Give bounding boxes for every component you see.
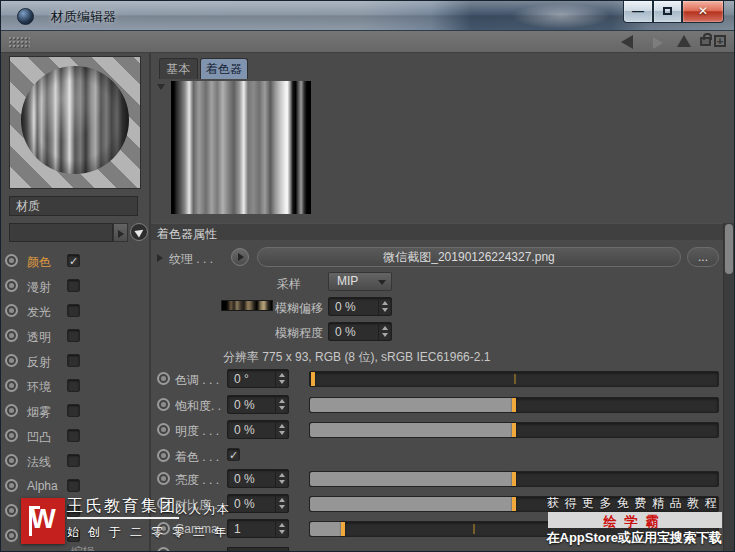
texture-file-button[interactable]: 微信截图_20190126224327.png <box>257 247 681 267</box>
colorize-checkbox[interactable] <box>227 448 240 461</box>
minimize-button[interactable]: — <box>623 1 653 23</box>
close-button[interactable]: ✕ <box>682 1 724 23</box>
slider-track[interactable] <box>309 471 719 487</box>
resolution-info: 分辨率 775 x 93, RGB (8 位), sRGB IEC61966-2… <box>223 349 490 366</box>
slider-handle[interactable] <box>512 497 516 511</box>
channel-radio[interactable] <box>5 479 18 492</box>
value-input[interactable]: 0 % <box>227 469 289 488</box>
texture-browse-button[interactable]: ... <box>687 247 719 267</box>
channel-radio[interactable] <box>5 504 18 517</box>
channel-checkbox[interactable] <box>67 429 80 442</box>
next-row-input[interactable] <box>227 547 289 552</box>
spinner[interactable] <box>275 370 287 387</box>
spinner[interactable] <box>378 298 390 315</box>
spinner[interactable] <box>378 323 390 340</box>
slider-track[interactable] <box>309 397 719 413</box>
channel-label[interactable]: 反射 <box>27 354 51 371</box>
add-icon[interactable]: + <box>714 35 726 47</box>
scrollbar-thumb[interactable] <box>725 224 733 274</box>
slider-handle[interactable] <box>341 522 345 536</box>
value-input[interactable]: 0 ° <box>227 369 289 388</box>
maximize-button[interactable] <box>653 1 682 23</box>
tab-shader[interactable]: 着色器 <box>200 58 248 79</box>
property-radio[interactable] <box>157 423 170 436</box>
channel-radio[interactable] <box>5 254 18 267</box>
up-arrow-icon[interactable] <box>677 35 691 47</box>
channel-checkbox[interactable] <box>67 329 80 342</box>
titlebar[interactable]: 材质编辑器 — ✕ <box>1 1 735 31</box>
expander-triangle-icon[interactable] <box>157 254 163 262</box>
slider-handle[interactable] <box>311 372 315 386</box>
value-input[interactable]: 0 % <box>227 420 289 439</box>
channel-checkbox[interactable] <box>67 254 80 267</box>
preset-dropdown-button[interactable] <box>113 223 128 242</box>
channel-label[interactable]: 凹凸 <box>27 429 51 446</box>
slider-handle[interactable] <box>512 398 516 412</box>
property-radio[interactable] <box>157 472 170 485</box>
lock-icon[interactable] <box>700 37 711 46</box>
slider-handle[interactable] <box>512 423 516 437</box>
channel-checkbox[interactable] <box>67 479 80 492</box>
channel-checkbox[interactable] <box>67 354 80 367</box>
edit-tab[interactable]: 编辑 <box>71 544 95 552</box>
shader-pane: 基本 着色器 着色器属性 纹理 . . . 微信截图_2019012622432… <box>151 53 735 552</box>
pick-cursor-button[interactable] <box>130 223 148 241</box>
channel-radio[interactable] <box>5 304 18 317</box>
channel-checkbox[interactable] <box>67 379 80 392</box>
slider-track[interactable] <box>309 371 719 387</box>
back-arrow-icon[interactable] <box>621 35 633 49</box>
channel-checkbox[interactable] <box>67 404 80 417</box>
slider-handle[interactable] <box>512 472 516 486</box>
material-name-field[interactable]: 材质 <box>9 196 138 216</box>
spinner[interactable] <box>275 396 287 413</box>
channel-label[interactable]: 法线 <box>27 454 51 471</box>
collapse-arrow-icon[interactable] <box>157 84 165 90</box>
channel-checkbox[interactable] <box>67 454 80 467</box>
channel-radio[interactable] <box>5 404 18 417</box>
slider-track[interactable] <box>309 422 719 438</box>
property-radio[interactable] <box>157 372 170 385</box>
channel-label[interactable]: 环境 <box>27 379 51 396</box>
blur-scale-value: 0 % <box>335 325 356 339</box>
value-input[interactable]: 0 % <box>227 494 289 513</box>
channel-radio[interactable] <box>5 454 18 467</box>
toolbar <box>1 31 735 53</box>
spinner[interactable] <box>275 421 287 438</box>
value-input[interactable]: 0 % <box>227 395 289 414</box>
channel-radio[interactable] <box>5 379 18 392</box>
watermark-underline <box>67 517 179 519</box>
channel-radio[interactable] <box>5 354 18 367</box>
drag-grip-icon[interactable] <box>8 36 30 49</box>
property-radio[interactable] <box>157 398 170 411</box>
texture-shader-button[interactable] <box>231 248 249 266</box>
spinner[interactable] <box>275 520 287 537</box>
channel-label[interactable]: 烟雾 <box>27 404 51 421</box>
value-text: 1 <box>234 522 241 536</box>
material-preview[interactable] <box>9 56 141 189</box>
channel-label[interactable]: 透明 <box>27 329 51 346</box>
channel-label[interactable]: 漫射 <box>27 279 51 296</box>
blur-offset-input[interactable]: 0 % <box>328 297 392 316</box>
spinner[interactable] <box>275 495 287 512</box>
tab-basic[interactable]: 基本 <box>159 58 198 79</box>
blur-scale-input[interactable]: 0 % <box>328 322 392 341</box>
channel-row: 漫射 <box>1 276 149 301</box>
channel-checkbox[interactable] <box>67 304 80 317</box>
value-input[interactable]: 1 <box>227 519 289 538</box>
property-radio[interactable] <box>157 449 170 462</box>
ad-highlight-text: 绘学霸 <box>604 514 667 529</box>
channel-label[interactable]: 颜色 <box>27 254 51 271</box>
preset-field[interactable] <box>9 223 113 242</box>
channel-radio[interactable] <box>5 279 18 292</box>
sampling-dropdown[interactable]: MIP <box>328 272 392 291</box>
channel-radio[interactable] <box>5 429 18 442</box>
forward-arrow-icon[interactable] <box>653 37 663 49</box>
channel-checkbox[interactable] <box>67 279 80 292</box>
logo-letter: W <box>21 504 65 535</box>
channel-label[interactable]: Alpha <box>27 479 58 493</box>
channel-radio[interactable] <box>5 329 18 342</box>
spinner[interactable] <box>275 470 287 487</box>
scrollbar[interactable] <box>723 223 734 552</box>
channel-radio[interactable] <box>5 529 18 542</box>
channel-label[interactable]: 发光 <box>27 304 51 321</box>
